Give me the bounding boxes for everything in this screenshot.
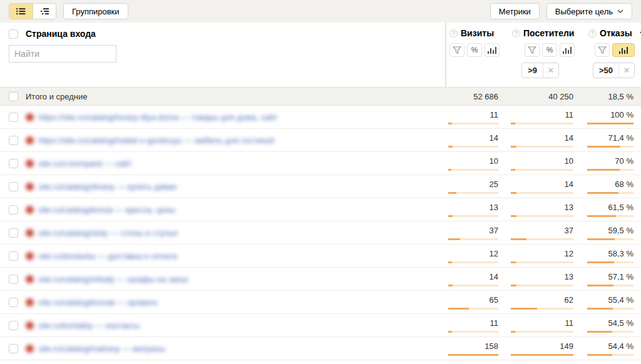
entry-page-cell[interactable]: https://site.ru/catalog/tovary-dlya-doma…: [22, 106, 309, 128]
filter-value: >50: [593, 63, 618, 78]
visitors-value: 14: [511, 133, 573, 143]
view-toggle: [9, 3, 56, 19]
visits-cell: 14: [448, 272, 498, 286]
entry-page-cell[interactable]: site.ru/catalog/stoly — столы и стулья: [22, 221, 309, 244]
bounce-histogram-button[interactable]: [612, 43, 635, 57]
row-checkbox[interactable]: [9, 321, 18, 330]
bounce-filter-chip: >50 ✕: [593, 63, 635, 78]
help-icon[interactable]: ?: [512, 29, 520, 38]
visits-value: 12: [448, 249, 498, 258]
table-row: site.ru/catalog/krovati — кровати 65 62 …: [0, 291, 641, 314]
remove-filter-button[interactable]: ✕: [543, 63, 558, 78]
visitors-value: 12: [511, 249, 573, 258]
entry-page-link: site.ru/catalog/krovati — кровати: [38, 298, 157, 307]
visits-bar: [448, 123, 498, 124]
select-all-checkbox[interactable]: [9, 29, 18, 39]
bounce-value: 57,1 %: [587, 272, 633, 281]
visits-value: 11: [448, 318, 498, 328]
visits-value: 37: [448, 226, 498, 235]
visitors-bar: [511, 261, 573, 263]
row-checkbox[interactable]: [9, 113, 18, 122]
visits-bar: [448, 169, 498, 171]
row-checkbox[interactable]: [9, 136, 18, 145]
blurred-url: site.ru/catalog/shkafy — шкафы на заказ: [26, 275, 188, 284]
row-checkbox[interactable]: [9, 275, 18, 284]
tree-view-button[interactable]: [33, 4, 56, 19]
list-view-button[interactable]: [9, 4, 33, 19]
favicon-icon: [26, 345, 34, 353]
entry-page-cell[interactable]: https://site.ru/catalog/mebel-v-gostinuy…: [22, 129, 309, 151]
favicon-icon: [26, 159, 34, 168]
entry-page-cell[interactable]: site.ru/catalog/matrasy — матрасы: [22, 337, 309, 360]
bounce-bar: [587, 308, 633, 310]
bounce-value: 70 %: [587, 156, 633, 166]
remove-filter-button[interactable]: ✕: [618, 63, 634, 78]
visitors-filter-button[interactable]: [525, 43, 540, 57]
column-header-visits[interactable]: ? Визиты: [449, 28, 500, 38]
table-row: site.ru/catalog/shkafy — шкафы на заказ …: [0, 268, 641, 291]
bounce-bar: [587, 123, 633, 124]
bounce-cell: 55,4 %: [587, 295, 633, 310]
favicon-icon: [26, 183, 34, 191]
table-row: site.ru/catalog/divany — купить диван 25…: [0, 175, 641, 198]
entry-page-cell[interactable]: site.ru/kontakty — контакты: [22, 314, 309, 336]
visits-value: 13: [448, 203, 498, 212]
visitors-filter-chip: >9 ✕: [521, 63, 559, 78]
visitors-bar: [511, 308, 573, 310]
table-row: site.ru/catalog/kresla — кресла, цены 13…: [0, 198, 641, 221]
row-checkbox[interactable]: [9, 182, 18, 191]
visits-bar: [448, 354, 498, 356]
chevron-down-icon: [617, 9, 623, 13]
table-row: site.ru/catalog/matrasy — матрасы 158 14…: [0, 337, 641, 360]
totals-bounce: 18,5 %: [587, 92, 633, 101]
bounce-bar: [587, 238, 633, 240]
bounce-cell: 70 %: [587, 156, 633, 171]
visits-value: 14: [448, 272, 498, 281]
entry-page-cell[interactable]: site.ru/catalog/krovati — кровати: [22, 291, 309, 313]
visitors-value: 11: [511, 110, 573, 119]
visits-value: 25: [448, 179, 498, 189]
row-checkbox[interactable]: [9, 298, 18, 307]
visitors-percent-button[interactable]: %: [542, 43, 557, 57]
visits-percent-button[interactable]: %: [467, 43, 482, 57]
column-header-visitors[interactable]: ? Посетители: [512, 28, 575, 38]
row-checkbox[interactable]: [9, 205, 18, 215]
blurred-url: site.ru/catalog/krovati — кровати: [26, 298, 157, 307]
visits-histogram-button[interactable]: [485, 43, 500, 57]
row-checkbox[interactable]: [9, 228, 18, 238]
bounce-filter-button[interactable]: [595, 43, 610, 57]
entry-page-cell[interactable]: site.ru/catalog/divany — купить диван: [22, 175, 309, 198]
bounce-bar: [587, 215, 633, 217]
search-input[interactable]: [9, 45, 116, 63]
entry-page-cell[interactable]: site.ru/catalog/kresla — кресла, цены: [22, 198, 309, 221]
row-checkbox[interactable]: [9, 251, 18, 261]
favicon-icon: [26, 275, 34, 283]
column-header-bounce[interactable]: ? Отказы: [588, 28, 635, 38]
favicon-icon: [26, 206, 34, 214]
row-checkbox[interactable]: [9, 159, 18, 168]
favicon-icon: [26, 136, 34, 144]
bounce-value: 100 %: [587, 110, 633, 119]
entry-page-cell[interactable]: site.ru/o-kompanii — сайт: [22, 152, 309, 174]
visitors-cell: 37: [511, 226, 573, 240]
groupings-button[interactable]: Группировки: [63, 3, 128, 19]
row-checkbox[interactable]: [9, 344, 18, 353]
entry-page-cell[interactable]: site.ru/catalog/shkafy — шкафы на заказ: [22, 268, 309, 290]
visitors-cell: 14: [511, 133, 573, 148]
totals-checkbox[interactable]: [9, 92, 18, 101]
goal-select-button[interactable]: Выберите цель: [546, 3, 632, 19]
visits-filter-button[interactable]: [449, 43, 464, 57]
visits-cell: 10: [448, 156, 498, 171]
help-icon[interactable]: ?: [588, 29, 597, 38]
help-icon[interactable]: ?: [449, 29, 458, 38]
visitors-bar: [511, 215, 573, 217]
metrics-button[interactable]: Метрики: [490, 3, 540, 19]
entry-page-cell[interactable]: site.ru/dostavka — доставка и оплата: [22, 245, 309, 267]
visitors-cell: 62: [511, 295, 573, 310]
visitors-cell: 13: [511, 203, 573, 217]
funnel-icon: [598, 46, 607, 54]
bounce-value: 54,5 %: [587, 318, 633, 328]
visitors-histogram-button[interactable]: [560, 43, 575, 57]
entry-page-link: site.ru/catalog/kresla — кресла, цены: [38, 205, 175, 215]
bounce-value: 58,3 %: [587, 249, 633, 258]
